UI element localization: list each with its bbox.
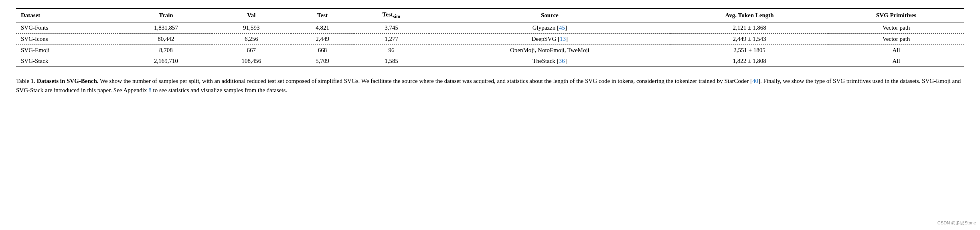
- cell-avg-token: 1,822 ± 1,808: [670, 56, 828, 67]
- cell-test-sim: 96: [354, 45, 429, 56]
- caption-label: Table 1.: [16, 78, 37, 84]
- table-row: SVG-Fonts1,831,85791,5934,8213,745Glypaz…: [16, 22, 964, 34]
- cell-svg-primitives: Vector path: [828, 34, 964, 45]
- caption-title: Datasets in SVG-Bench.: [37, 78, 99, 84]
- cell-train: 8,708: [120, 45, 212, 56]
- source-citation[interactable]: 45: [559, 24, 565, 31]
- cell-val: 108,456: [212, 56, 291, 67]
- cell-source: OpenMoji, NotoEmoji, TweMoji: [429, 45, 671, 56]
- cell-avg-token: 2,121 ± 1,868: [670, 22, 828, 34]
- cell-source: TheStack [36]: [429, 56, 671, 67]
- cell-source: DeepSVG [13]: [429, 34, 671, 45]
- watermark: CSDN @多思Stone: [937, 220, 976, 226]
- cell-test: 5,709: [291, 56, 354, 67]
- cell-val: 667: [212, 45, 291, 56]
- citation-8[interactable]: 8: [148, 87, 152, 93]
- cell-test: 668: [291, 45, 354, 56]
- cell-train: 1,831,857: [120, 22, 212, 34]
- cell-train: 80,442: [120, 34, 212, 45]
- table-row: SVG-Emoji8,70866766896OpenMoji, NotoEmoj…: [16, 45, 964, 56]
- citation-40[interactable]: 40: [752, 78, 758, 84]
- test-sim-subscript: sim: [393, 14, 401, 19]
- cell-avg-token: 2,551 ± 1805: [670, 45, 828, 56]
- cell-source: Glypazzn [45]: [429, 22, 671, 34]
- col-header-avg-token: Avg. Token Length: [670, 8, 828, 22]
- table-row: SVG-Icons80,4426,2562,4491,277DeepSVG [1…: [16, 34, 964, 45]
- cell-train: 2,169,710: [120, 56, 212, 67]
- cell-val: 6,256: [212, 34, 291, 45]
- source-citation[interactable]: 36: [559, 58, 565, 64]
- cell-dataset: SVG-Stack: [16, 56, 120, 67]
- table-row: SVG-Stack2,169,710108,4565,7091,585TheSt…: [16, 56, 964, 67]
- col-header-svg-primitives: SVG Primitives: [828, 8, 964, 22]
- col-header-source: Source: [429, 8, 671, 22]
- cell-test-sim: 1,585: [354, 56, 429, 67]
- cell-val: 91,593: [212, 22, 291, 34]
- cell-avg-token: 2,449 ± 1,543: [670, 34, 828, 45]
- caption-text-1: We show the number of samples per split,…: [16, 78, 961, 93]
- data-table: Dataset Train Val Test Testsim Source Av…: [16, 8, 964, 67]
- col-header-train: Train: [120, 8, 212, 22]
- cell-test-sim: 1,277: [354, 34, 429, 45]
- cell-test: 2,449: [291, 34, 354, 45]
- col-header-val: Val: [212, 8, 291, 22]
- cell-dataset: SVG-Fonts: [16, 22, 120, 34]
- source-citation[interactable]: 13: [560, 36, 566, 42]
- col-header-dataset: Dataset: [16, 8, 120, 22]
- table-header-row: Dataset Train Val Test Testsim Source Av…: [16, 8, 964, 22]
- cell-svg-primitives: Vector path: [828, 22, 964, 34]
- cell-dataset: SVG-Icons: [16, 34, 120, 45]
- col-header-test: Test: [291, 8, 354, 22]
- col-header-test-sim: Testsim: [354, 8, 429, 22]
- cell-svg-primitives: All: [828, 56, 964, 67]
- cell-dataset: SVG-Emoji: [16, 45, 120, 56]
- table-caption: Table 1. Datasets in SVG-Bench. We show …: [16, 77, 964, 95]
- cell-test-sim: 3,745: [354, 22, 429, 34]
- cell-test: 4,821: [291, 22, 354, 34]
- table-container: Dataset Train Val Test Testsim Source Av…: [16, 8, 964, 67]
- cell-svg-primitives: All: [828, 45, 964, 56]
